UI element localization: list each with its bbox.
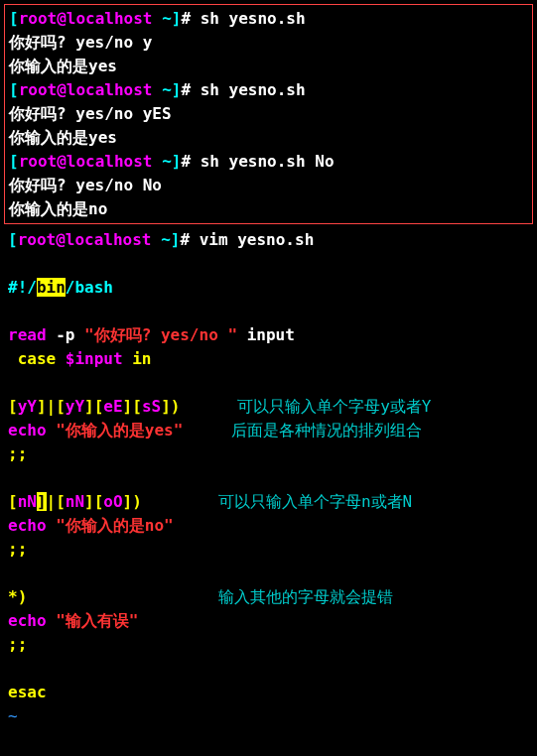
shebang: #!/: [8, 278, 37, 297]
prompt-bracket: ]: [171, 230, 181, 249]
prompt-bracket: ]: [172, 80, 182, 99]
command: sh yesno.sh: [201, 80, 306, 99]
comment: 可以只输入单个字母y或者Y: [237, 397, 431, 416]
output-line: 你好吗? yes/no y: [9, 31, 528, 55]
output-line: 你好吗? yes/no yES: [9, 102, 528, 126]
prompt-hash: #: [180, 230, 199, 249]
prompt-user: root@localhost: [19, 152, 153, 171]
vim-editor: [root@localhost ~]# vim yesno.sh #!/bin/…: [4, 226, 533, 730]
keyword-esac: esac: [8, 681, 529, 704]
vim-tilde: ~: [8, 704, 529, 728]
prompt-bracket: ]: [172, 152, 182, 171]
variable: $input: [66, 349, 123, 368]
echo-yes: echo "你输入的是yes" 后面是各种情况的排列组合: [8, 419, 529, 442]
output-line: 你输入的是no: [9, 197, 528, 221]
prompt-path: ~: [152, 230, 171, 249]
string: "你好吗? yes/no ": [84, 325, 237, 344]
prompt-hash: #: [181, 80, 200, 99]
case-end: ;;: [8, 538, 529, 562]
shebang-line: #!/bin/bash: [8, 276, 529, 300]
pattern-no: [nN]|[nN][oO]) 可以只输入单个字母n或者N: [8, 490, 529, 514]
prompt-user: root@localhost: [18, 230, 152, 249]
terminal-output-box: [root@localhost ~]# sh yesno.sh 你好吗? yes…: [4, 4, 533, 224]
terminal-line: [root@localhost ~]# sh yesno.sh No: [9, 150, 528, 174]
keyword-in: in: [123, 349, 152, 368]
shebang-bin: bin: [37, 278, 66, 297]
prompt-path: ~: [153, 80, 172, 99]
terminal-line: [root@localhost ~]# sh yesno.sh: [9, 78, 528, 102]
comment: 输入其他的字母就会提错: [218, 587, 393, 606]
echo-no: echo "你输入的是no": [8, 514, 529, 538]
string: "输入有误": [56, 611, 138, 630]
read-flag: -p: [47, 325, 85, 344]
read-line: read -p "你好吗? yes/no " input: [8, 323, 529, 347]
shebang: /bash: [66, 278, 113, 297]
keyword-read: read: [8, 325, 47, 344]
keyword-echo: echo: [8, 421, 56, 440]
output-line: 你输入的是yes: [9, 126, 528, 150]
prompt-bracket: [: [9, 152, 19, 171]
keyword-echo: echo: [8, 516, 56, 535]
variable: input: [237, 325, 295, 344]
prompt-user: root@localhost: [19, 9, 153, 28]
pattern-star: *) 输入其他的字母就会提错: [8, 585, 529, 609]
keyword-case: case: [8, 349, 66, 368]
prompt-hash: #: [181, 9, 200, 28]
prompt-path: ~: [153, 152, 172, 171]
prompt-bracket: [: [9, 80, 19, 99]
case-end: ;;: [8, 633, 529, 657]
prompt-bracket: ]: [172, 9, 182, 28]
command: vim yesno.sh: [200, 230, 315, 249]
keyword-echo: echo: [8, 611, 56, 630]
comment: 后面是各种情况的排列组合: [231, 421, 422, 440]
prompt-hash: #: [181, 152, 200, 171]
prompt-bracket: [: [8, 230, 18, 249]
prompt-bracket: [: [9, 9, 19, 28]
echo-error: echo "输入有误": [8, 609, 529, 633]
terminal-line: [root@localhost ~]# sh yesno.sh: [9, 7, 528, 31]
prompt-path: ~: [153, 9, 172, 28]
case-end: ;;: [8, 442, 529, 466]
string: "你输入的是yes": [56, 421, 183, 440]
output-line: 你好吗? yes/no No: [9, 174, 528, 197]
terminal-line: [root@localhost ~]# vim yesno.sh: [8, 228, 529, 252]
string: "你输入的是no": [56, 516, 174, 535]
output-line: 你输入的是yes: [9, 55, 528, 78]
pattern-yes: [yY]|[yY][eE][sS]) 可以只输入单个字母y或者Y: [8, 395, 529, 419]
prompt-user: root@localhost: [19, 80, 153, 99]
case-line: case $input in: [8, 347, 529, 371]
command: sh yesno.sh No: [201, 152, 335, 171]
comment: 可以只输入单个字母n或者N: [218, 492, 412, 511]
command: sh yesno.sh: [201, 9, 306, 28]
